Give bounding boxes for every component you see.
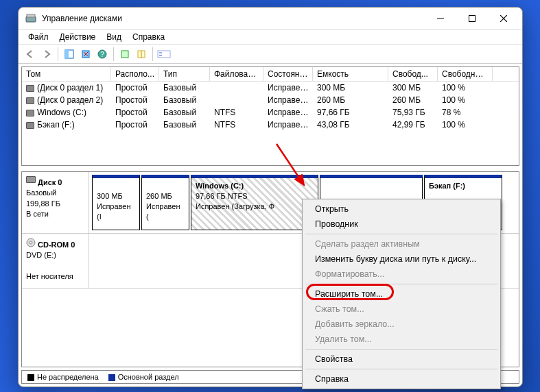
cm-format: Форматировать... <box>304 267 499 282</box>
col-fs[interactable]: Файловая с... <box>210 67 263 81</box>
toolbar-icon[interactable] <box>62 47 77 62</box>
svg-rect-7 <box>65 50 69 58</box>
refresh-button[interactable] <box>78 47 93 62</box>
col-type[interactable]: Тип <box>159 67 210 81</box>
menu-help[interactable]: Справка <box>127 31 170 43</box>
context-menu: Открыть Проводник Сделать раздел активны… <box>302 199 501 389</box>
col-pct[interactable]: Свободно % <box>438 67 493 81</box>
legend-primary-label: Основной раздел <box>118 373 179 381</box>
legend-primary-icon <box>108 374 115 381</box>
volume-row[interactable]: (Диск 0 раздел 1)ПростойБазовыйИсправен.… <box>22 82 519 94</box>
disk-0-label[interactable]: Диск 0 Базовый 199,88 ГБ В сети <box>22 172 89 233</box>
col-volume[interactable]: Том <box>22 67 111 81</box>
cm-extend-volume[interactable]: Расширить том... <box>304 286 499 302</box>
svg-point-17 <box>30 241 32 244</box>
volume-header-row: Том Располо... Тип Файловая с... Состоян… <box>22 67 519 82</box>
col-status[interactable]: Состояние <box>263 67 313 81</box>
back-button[interactable] <box>23 47 38 62</box>
cm-open[interactable]: Открыть <box>304 201 499 217</box>
window-title: Управление дисками <box>42 14 425 23</box>
col-layout[interactable]: Располо... <box>111 67 159 81</box>
menu-file[interactable]: Файл <box>23 31 54 43</box>
cm-delete-volume: Удалить том... <box>304 332 499 347</box>
legend-unallocated-label: Не распределена <box>37 373 99 381</box>
svg-rect-1 <box>27 14 35 17</box>
cdrom-name: CD-ROM 0 <box>38 241 75 249</box>
cm-change-letter[interactable]: Изменить букву диска или путь к диску... <box>304 252 499 267</box>
cdrom-drive: DVD (E:) <box>26 251 56 259</box>
disk-0-status: В сети <box>26 210 49 218</box>
svg-rect-11 <box>121 51 128 58</box>
volume-row[interactable]: Бэкап (F:)ПростойБазовыйNTFSИсправен...4… <box>22 119 519 131</box>
menu-action[interactable]: Действие <box>54 31 102 43</box>
volume-list: Том Располо... Тип Файловая с... Состоян… <box>21 66 519 166</box>
close-button[interactable] <box>488 8 519 29</box>
disk-0-type: Базовый <box>26 188 56 197</box>
forward-button[interactable] <box>39 47 54 62</box>
menubar: Файл Действие Вид Справка <box>19 29 522 45</box>
help-button[interactable]: ? <box>95 47 110 62</box>
toolbar-icon-5[interactable] <box>134 47 149 62</box>
toolbar-icon-4[interactable] <box>117 47 132 62</box>
svg-rect-13 <box>158 51 170 58</box>
legend-unallocated-icon <box>27 374 34 381</box>
cm-properties[interactable]: Свойства <box>304 352 499 367</box>
volume-row[interactable]: Windows (C:)ПростойБазовыйNTFSИсправен..… <box>22 106 519 119</box>
svg-text:?: ? <box>100 51 104 58</box>
disk-0-name: Диск 0 <box>38 178 62 186</box>
col-capacity[interactable]: Емкость <box>313 67 388 81</box>
svg-rect-14 <box>159 52 162 53</box>
toolbar-icon-6[interactable] <box>156 47 172 62</box>
partition-1[interactable]: 300 МБИсправен (I <box>92 175 140 230</box>
cm-add-mirror: Добавить зеркало... <box>304 317 499 332</box>
cm-help[interactable]: Справка <box>304 371 499 387</box>
cm-shrink-volume: Сжать том... <box>304 302 499 317</box>
cdrom-status: Нет носителя <box>26 272 73 280</box>
partition-2[interactable]: 260 МБИсправен ( <box>141 175 189 230</box>
cdrom-icon <box>26 238 36 247</box>
cdrom-label[interactable]: CD-ROM 0 DVD (E:) Нет носителя <box>22 234 89 288</box>
app-icon <box>25 13 36 24</box>
disk-0-size: 199,88 ГБ <box>26 199 60 208</box>
cm-explorer[interactable]: Проводник <box>304 217 499 232</box>
toolbar: ? <box>19 45 522 64</box>
disk-icon <box>26 176 36 183</box>
cm-make-active: Сделать раздел активным <box>304 236 499 252</box>
partition-windows-c[interactable]: Windows (C:) 97,66 ГБ NTFS Исправен (Заг… <box>191 175 318 230</box>
col-free[interactable]: Свобод... <box>388 67 438 81</box>
maximize-button[interactable] <box>456 8 488 29</box>
volume-row[interactable]: (Диск 0 раздел 2)ПростойБазовыйИсправен.… <box>22 94 519 106</box>
svg-rect-3 <box>469 16 476 22</box>
minimize-button[interactable] <box>425 8 456 29</box>
menu-view[interactable]: Вид <box>101 31 127 43</box>
svg-rect-15 <box>159 55 162 56</box>
titlebar: Управление дисками <box>19 8 522 29</box>
